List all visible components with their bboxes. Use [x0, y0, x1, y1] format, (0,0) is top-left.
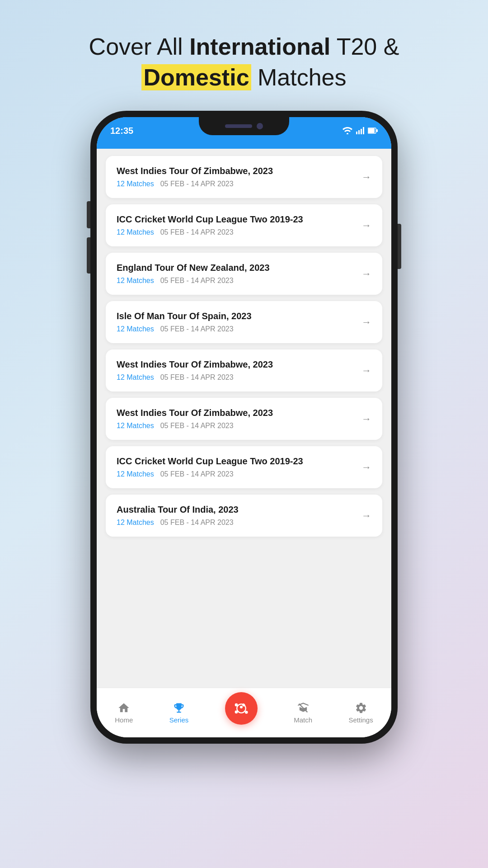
- series-info: England Tour Of New Zealand, 2023 12 Mat…: [117, 263, 361, 285]
- battery-icon: [368, 127, 378, 134]
- series-arrow-icon[interactable]: →: [361, 171, 371, 183]
- series-date-range: 05 FEB - 14 APR 2023: [160, 277, 234, 285]
- phone-screen: 12:35: [97, 117, 391, 737]
- settings-icon: [355, 702, 367, 714]
- svg-rect-6: [368, 128, 375, 133]
- series-list-item[interactable]: West Indies Tour Of Zimbabwe, 2023 12 Ma…: [106, 398, 382, 440]
- series-list-item[interactable]: West Indies Tour Of Zimbabwe, 2023 12 Ma…: [106, 156, 382, 198]
- speaker-grille: [225, 124, 252, 128]
- power-button: [398, 224, 401, 269]
- series-list-item[interactable]: West Indies Tour Of Zimbabwe, 2023 12 Ma…: [106, 349, 382, 392]
- header-text-line2: T20 &: [337, 33, 399, 60]
- signal-icon: [356, 127, 364, 134]
- series-date-range: 05 FEB - 14 APR 2023: [160, 373, 234, 382]
- series-list-item[interactable]: Australia Tour Of India, 2023 12 Matches…: [106, 495, 382, 537]
- series-meta: 12 Matches 05 FEB - 14 APR 2023: [117, 325, 361, 333]
- home-icon: [117, 702, 130, 714]
- series-arrow-icon[interactable]: →: [361, 268, 371, 280]
- series-info: ICC Cricket World Cup League Two 2019-23…: [117, 456, 361, 478]
- series-arrow-icon[interactable]: →: [361, 413, 371, 425]
- series-arrow-icon[interactable]: →: [361, 462, 371, 473]
- series-meta: 12 Matches 05 FEB - 14 APR 2023: [117, 277, 361, 285]
- nav-item-settings[interactable]: Settings: [349, 702, 373, 724]
- nav-series-label: Series: [169, 716, 189, 724]
- series-name: Isle Of Man Tour Of Spain, 2023: [117, 311, 361, 321]
- series-arrow-icon[interactable]: →: [361, 365, 371, 377]
- series-match-count: 12 Matches: [117, 373, 154, 382]
- nav-match-label: Match: [294, 716, 312, 724]
- header-bold-text: International: [189, 33, 330, 60]
- svg-rect-3: [361, 129, 362, 134]
- header-highlight-text: Domestic: [141, 64, 251, 90]
- status-icons: [343, 127, 378, 134]
- series-list-item[interactable]: ICC Cricket World Cup League Two 2019-23…: [106, 204, 382, 246]
- match-icon: [297, 702, 310, 714]
- series-match-count: 12 Matches: [117, 325, 154, 333]
- series-name: West Indies Tour Of Zimbabwe, 2023: [117, 166, 361, 176]
- series-date-range: 05 FEB - 14 APR 2023: [160, 422, 234, 430]
- series-match-count: 12 Matches: [117, 470, 154, 478]
- nav-item-match[interactable]: Match: [294, 702, 312, 724]
- series-name: England Tour Of New Zealand, 2023: [117, 263, 361, 273]
- phone-notch: [199, 117, 289, 135]
- series-info: ICC Cricket World Cup League Two 2019-23…: [117, 214, 361, 236]
- series-meta: 12 Matches 05 FEB - 14 APR 2023: [117, 470, 361, 478]
- series-meta: 12 Matches 05 FEB - 14 APR 2023: [117, 228, 361, 236]
- series-name: ICC Cricket World Cup League Two 2019-23: [117, 214, 361, 225]
- series-info: Australia Tour Of India, 2023 12 Matches…: [117, 505, 361, 527]
- live-score-button[interactable]: [225, 692, 258, 725]
- series-meta: 12 Matches 05 FEB - 14 APR 2023: [117, 519, 361, 527]
- series-info: West Indies Tour Of Zimbabwe, 2023 12 Ma…: [117, 408, 361, 430]
- series-list: West Indies Tour Of Zimbabwe, 2023 12 Ma…: [97, 149, 391, 688]
- nav-item-series[interactable]: Series: [169, 702, 189, 724]
- volume-up-button: [87, 201, 90, 228]
- series-list-item[interactable]: England Tour Of New Zealand, 2023 12 Mat…: [106, 253, 382, 295]
- front-camera: [257, 123, 263, 129]
- series-name: ICC Cricket World Cup League Two 2019-23: [117, 456, 361, 467]
- series-match-count: 12 Matches: [117, 277, 154, 285]
- series-match-count: 12 Matches: [117, 180, 154, 188]
- radio-waves-icon: [233, 700, 249, 717]
- series-name: Australia Tour Of India, 2023: [117, 505, 361, 515]
- series-arrow-icon[interactable]: →: [361, 220, 371, 231]
- series-arrow-icon[interactable]: →: [361, 510, 371, 522]
- bottom-navigation: Home Series: [97, 688, 391, 737]
- status-bar: 12:35: [97, 117, 391, 144]
- series-name: West Indies Tour Of Zimbabwe, 2023: [117, 359, 361, 370]
- phone-device: 12:35: [90, 111, 398, 744]
- series-date-range: 05 FEB - 14 APR 2023: [160, 325, 234, 333]
- header-text-line1: Cover All: [89, 33, 190, 60]
- svg-rect-2: [358, 130, 360, 134]
- page-header: Cover All International T20 & Domestic M…: [53, 0, 436, 111]
- series-info: West Indies Tour Of Zimbabwe, 2023 12 Ma…: [117, 359, 361, 382]
- volume-down-button: [87, 237, 90, 274]
- header-text-line3: Matches: [258, 64, 347, 90]
- series-match-count: 12 Matches: [117, 519, 154, 527]
- svg-rect-1: [356, 132, 357, 134]
- svg-rect-4: [363, 127, 364, 134]
- series-meta: 12 Matches 05 FEB - 14 APR 2023: [117, 373, 361, 382]
- nav-home-label: Home: [115, 716, 133, 724]
- svg-rect-7: [376, 129, 378, 132]
- series-name: West Indies Tour Of Zimbabwe, 2023: [117, 408, 361, 418]
- series-date-range: 05 FEB - 14 APR 2023: [160, 180, 234, 188]
- series-list-item[interactable]: Isle Of Man Tour Of Spain, 2023 12 Match…: [106, 301, 382, 343]
- series-icon: [173, 702, 185, 714]
- series-date-range: 05 FEB - 14 APR 2023: [160, 228, 234, 236]
- nav-settings-label: Settings: [349, 716, 373, 724]
- series-meta: 12 Matches 05 FEB - 14 APR 2023: [117, 180, 361, 188]
- series-match-count: 12 Matches: [117, 422, 154, 430]
- series-info: West Indies Tour Of Zimbabwe, 2023 12 Ma…: [117, 166, 361, 188]
- status-time: 12:35: [110, 126, 133, 136]
- series-date-range: 05 FEB - 14 APR 2023: [160, 519, 234, 527]
- series-match-count: 12 Matches: [117, 228, 154, 236]
- series-date-range: 05 FEB - 14 APR 2023: [160, 470, 234, 478]
- nav-item-home[interactable]: Home: [115, 702, 133, 724]
- wifi-icon: [343, 127, 352, 134]
- series-info: Isle Of Man Tour Of Spain, 2023 12 Match…: [117, 311, 361, 333]
- phone-outer-shell: 12:35: [90, 111, 398, 744]
- series-meta: 12 Matches 05 FEB - 14 APR 2023: [117, 422, 361, 430]
- series-list-item[interactable]: ICC Cricket World Cup League Two 2019-23…: [106, 446, 382, 488]
- svg-point-0: [347, 133, 348, 134]
- series-arrow-icon[interactable]: →: [361, 316, 371, 328]
